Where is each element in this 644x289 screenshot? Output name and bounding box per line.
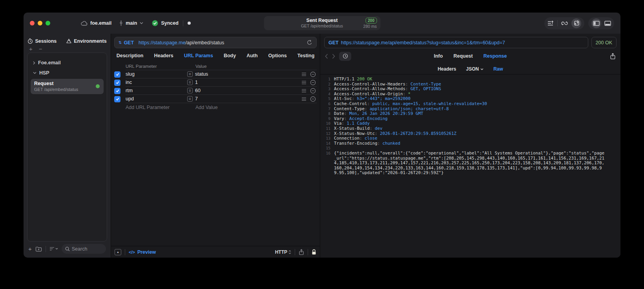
chevron-down-icon: [55, 248, 58, 250]
tree-group-foe-email[interactable]: Foe.email: [30, 58, 104, 68]
sync-status-label[interactable]: Synced: [161, 20, 178, 26]
response-subtab-json[interactable]: JSON: [466, 66, 484, 72]
new-folder-icon[interactable]: [35, 246, 42, 252]
param-checkbox[interactable]: [114, 71, 120, 78]
tab-sessions[interactable]: Sessions: [27, 38, 57, 44]
remove-param-icon[interactable]: [310, 80, 316, 85]
new-request-button[interactable]: +: [28, 246, 32, 252]
request-item-title: Request: [34, 81, 100, 87]
request-tab-testing[interactable]: Testing: [297, 53, 315, 58]
preview-button[interactable]: </> Preview: [129, 249, 156, 255]
request-tab-options[interactable]: Options: [268, 53, 287, 58]
response-subtab-raw[interactable]: Raw: [493, 66, 503, 72]
branch-name[interactable]: main: [126, 20, 137, 26]
param-lines-icon[interactable]: [301, 97, 306, 101]
request-editor-footer: ▲ </> Preview HTTP: [111, 246, 320, 258]
param-name[interactable]: slug: [126, 71, 187, 77]
protocol-selector[interactable]: HTTP: [275, 249, 291, 255]
bottom-panel-layout-icon[interactable]: [604, 21, 611, 26]
request-tab-headers[interactable]: Headers: [154, 53, 173, 58]
request-tab-auth[interactable]: Auth: [246, 53, 257, 58]
export-response-icon[interactable]: [610, 53, 616, 60]
param-row: inc=1: [114, 78, 317, 87]
check-icon: [115, 72, 120, 76]
line-number: 11: [323, 126, 330, 131]
response-subtab-headers[interactable]: Headers: [438, 66, 456, 72]
dynamic-values-loop-icon[interactable]: [561, 20, 568, 26]
send-receive-toggle[interactable]: [571, 18, 581, 28]
param-value[interactable]: 7: [195, 96, 198, 102]
import-order-icon[interactable]: [547, 20, 554, 26]
param-value[interactable]: status: [195, 71, 208, 77]
sort-filter-button[interactable]: [49, 247, 58, 251]
cloud-icon: [81, 21, 88, 26]
project-controls: foe.email main Synced: [81, 20, 191, 26]
param-name[interactable]: inc: [126, 80, 187, 85]
param-lines-icon[interactable]: [301, 89, 306, 93]
param-value[interactable]: 60: [195, 88, 201, 93]
sent-url-field[interactable]: GET https://statuspage.me/api/embed/stat…: [324, 37, 588, 48]
back-chevron-icon[interactable]: [325, 54, 328, 59]
send-receive-icon: [573, 20, 580, 26]
request-method[interactable]: GET: [124, 40, 134, 45]
response-tab-request[interactable]: Request: [453, 53, 473, 59]
add-param-value-placeholder[interactable]: Add Value: [187, 105, 317, 110]
param-value[interactable]: 1: [195, 80, 198, 85]
collapse-editor-button[interactable]: ▲: [115, 249, 121, 255]
param-checkbox[interactable]: [114, 96, 120, 102]
response-code: 1HTTP/1.1 200 OK2Access-Control-Allow-He…: [320, 75, 620, 258]
add-param-name-placeholder[interactable]: Add URL Parameter: [126, 105, 187, 110]
remove-param-icon[interactable]: [310, 96, 316, 102]
titlebar-toolbar: [544, 17, 614, 29]
response-tab-response[interactable]: Response: [483, 53, 507, 59]
branch-icon: [119, 20, 123, 26]
toggle-sidebar-button[interactable]: [591, 18, 601, 28]
project-name[interactable]: foe.email: [90, 20, 111, 26]
close-window-button[interactable]: [30, 21, 35, 25]
request-item-subtitle: GET /api/embed/status: [34, 87, 100, 92]
response-tab-info[interactable]: Info: [434, 53, 443, 59]
add-request-button[interactable]: +: [29, 46, 33, 53]
footer-separator: [295, 249, 295, 255]
request-tab-body[interactable]: Body: [224, 53, 236, 58]
main-content: Sessions Environments + − Foe.email HSP: [24, 34, 620, 258]
search-input[interactable]: [72, 246, 102, 252]
param-checkbox[interactable]: [114, 80, 120, 86]
line-content: Transfer-Encoding: chunked: [334, 141, 400, 146]
request-url-bar[interactable]: ⇅ GET https://statuspage.me/api/embed/st…: [114, 37, 317, 48]
remove-param-icon[interactable]: [310, 71, 316, 77]
forward-chevron-icon[interactable]: [332, 54, 335, 59]
response-history-button[interactable]: [339, 52, 351, 61]
param-lines-icon[interactable]: [301, 72, 306, 76]
param-row: slug=status: [114, 70, 317, 78]
request-tab-description[interactable]: Description: [117, 53, 144, 58]
remove-request-button[interactable]: −: [39, 46, 42, 53]
resend-icon[interactable]: [306, 40, 312, 45]
sent-request-pill[interactable]: Sent Request GET /api/embed/status 200 2…: [264, 16, 380, 30]
tab-environments[interactable]: Environments: [66, 38, 106, 44]
lock-icon[interactable]: [312, 249, 316, 255]
param-name[interactable]: upd: [126, 96, 187, 102]
request-editor-panel: ⇅ GET https://statuspage.me/api/embed/st…: [111, 34, 320, 258]
line-number: 14: [323, 141, 330, 146]
request-list-item-selected[interactable]: Request GET /api/embed/status: [31, 79, 104, 94]
equals-icon: =: [187, 96, 193, 102]
remove-param-icon[interactable]: [310, 88, 316, 94]
line-number: 16: [323, 151, 330, 156]
check-icon: [115, 97, 120, 101]
share-icon[interactable]: [299, 249, 304, 255]
param-name[interactable]: rtm: [126, 88, 187, 93]
request-tab-url-params[interactable]: URL Params: [184, 53, 213, 58]
param-lines-icon[interactable]: [301, 80, 306, 85]
equals-icon: =: [187, 88, 193, 93]
sidebar-search: [62, 244, 106, 254]
chevron-down-icon[interactable]: [140, 22, 143, 24]
method-stepper-icon[interactable]: ⇅: [119, 40, 122, 45]
tree-group-hsp[interactable]: HSP: [30, 68, 104, 78]
minimize-window-button[interactable]: [38, 21, 42, 25]
sidebar-add-controls: + −: [24, 45, 111, 53]
unsaved-dot-indicator[interactable]: [188, 22, 191, 25]
request-url[interactable]: https://statuspage.me/api/embed/status: [139, 40, 224, 45]
param-checkbox[interactable]: [114, 88, 120, 94]
zoom-window-button[interactable]: [46, 21, 50, 25]
